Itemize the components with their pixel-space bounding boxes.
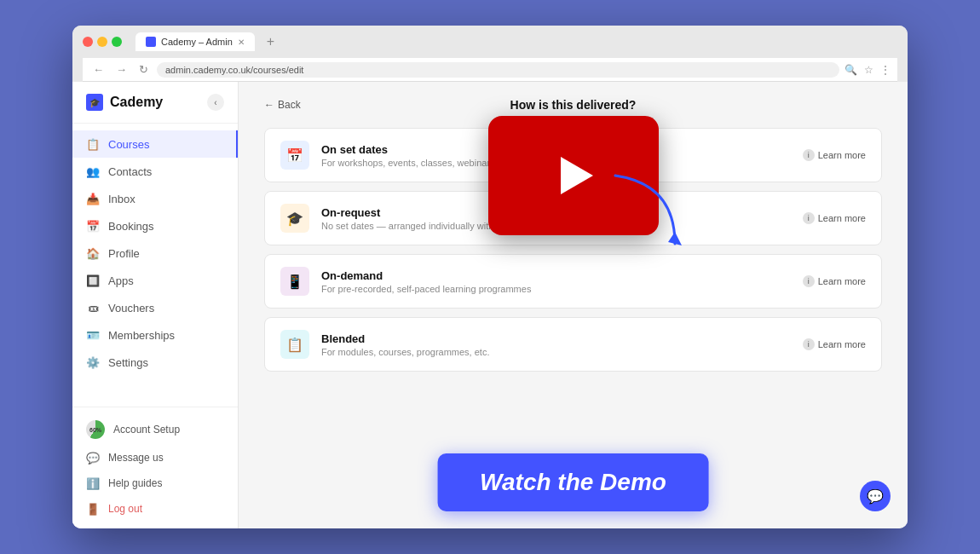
apps-icon: 🔲 <box>86 274 100 287</box>
browser-window: Cademy – Admin ✕ + ← → ↻ admin.cademy.co… <box>72 26 908 528</box>
on-demand-icon: 📱 <box>286 274 303 290</box>
help-guides-item[interactable]: ℹ️ Help guides <box>72 470 238 496</box>
sidebar-item-vouchers[interactable]: 🎟 Vouchers <box>72 294 238 321</box>
sidebar-item-label: Apps <box>108 274 134 287</box>
option-card-blended[interactable]: 📋 Blended For modules, courses, programm… <box>264 317 882 372</box>
tab-close-button[interactable]: ✕ <box>238 38 245 47</box>
message-us-item[interactable]: 💬 Message us <box>72 445 238 470</box>
settings-icon: ⚙️ <box>86 355 100 369</box>
sidebar-item-label: Memberships <box>108 329 175 342</box>
back-button[interactable]: ← <box>89 61 107 78</box>
sidebar-item-bookings[interactable]: 📅 Bookings <box>72 212 238 239</box>
sidebar-item-profile[interactable]: 🏠 Profile <box>72 239 238 267</box>
on-demand-icon-box: 📱 <box>280 267 309 296</box>
chat-icon: 💬 <box>867 488 884 505</box>
memberships-icon: 🪪 <box>86 328 100 342</box>
sidebar-item-contacts[interactable]: 👥 Contacts <box>72 158 238 185</box>
page-header: ← Back How is this delivered? <box>264 99 882 111</box>
learn-more-label: Learn more <box>818 213 866 223</box>
blended-text: Blended For modules, courses, programmes… <box>321 332 791 357</box>
sidebar-item-label: Profile <box>108 247 140 260</box>
help-guides-label: Help guides <box>108 477 162 489</box>
courses-icon: 📋 <box>86 137 100 151</box>
info-icon: i <box>803 275 815 287</box>
info-icon: i <box>803 212 815 224</box>
message-us-label: Message us <box>108 452 164 464</box>
sidebar-nav: 📋 Courses 👥 Contacts 📥 Inbox 📅 Bookings … <box>72 124 238 407</box>
on-demand-title: On-demand <box>321 269 791 282</box>
new-tab-button[interactable]: + <box>262 32 280 51</box>
menu-icon[interactable]: ⋮ <box>880 64 891 76</box>
contacts-icon: 👥 <box>86 164 100 178</box>
inbox-icon: 📥 <box>86 192 100 205</box>
account-setup-item[interactable]: 60% Account Setup <box>72 414 238 445</box>
bookmark-icon: ☆ <box>864 64 873 76</box>
vouchers-icon: 🎟 <box>86 301 100 315</box>
option-card-on-demand[interactable]: 📱 On-demand For pre-recorded, self-paced… <box>264 254 882 309</box>
back-link[interactable]: ← Back <box>264 99 301 111</box>
logout-label: Log out <box>108 503 142 515</box>
logo-left: 🎓 Cademy <box>86 94 163 111</box>
youtube-player[interactable] <box>488 116 659 235</box>
blended-desc: For modules, courses, programmes, etc. <box>321 347 791 357</box>
close-traffic-light[interactable] <box>83 37 93 47</box>
collapse-sidebar-button[interactable]: ‹ <box>207 94 224 111</box>
reload-button[interactable]: ↻ <box>135 61 152 78</box>
sidebar: 🎓 Cademy ‹ 📋 Courses 👥 Contacts 📥 Inbo <box>72 82 239 528</box>
sidebar-item-inbox[interactable]: 📥 Inbox <box>72 185 238 212</box>
blended-learn-more[interactable]: i Learn more <box>803 338 866 350</box>
chat-button[interactable]: 💬 <box>860 481 891 511</box>
browser-tab[interactable]: Cademy – Admin ✕ <box>135 32 255 51</box>
sidebar-logo: 🎓 Cademy ‹ <box>72 82 238 124</box>
sidebar-item-settings[interactable]: ⚙️ Settings <box>72 349 238 376</box>
learn-more-label: Learn more <box>818 339 866 349</box>
tab-favicon <box>146 37 156 47</box>
logout-icon: 🚪 <box>86 502 100 516</box>
minimize-traffic-light[interactable] <box>97 37 107 47</box>
address-bar[interactable]: admin.cademy.co.uk/courses/edit <box>157 62 839 78</box>
logo-icon-symbol: 🎓 <box>89 98 100 107</box>
info-icon: i <box>803 149 815 161</box>
play-button-icon <box>561 157 593 194</box>
sidebar-item-apps[interactable]: 🔲 Apps <box>72 267 238 294</box>
watch-demo-label: Watch the Demo <box>480 469 666 495</box>
logout-item[interactable]: 🚪 Log out <box>72 496 238 522</box>
on-demand-desc: For pre-recorded, self-paced learning pr… <box>321 284 791 294</box>
on-demand-learn-more[interactable]: i Learn more <box>803 275 866 287</box>
back-arrow-icon: ← <box>264 99 274 111</box>
sidebar-item-courses[interactable]: 📋 Courses <box>72 130 238 158</box>
blended-title: Blended <box>321 332 791 345</box>
back-label: Back <box>278 99 301 111</box>
main-panel: ← Back How is this delivered? 📅 On set d… <box>239 82 908 528</box>
browser-content: 🎓 Cademy ‹ 📋 Courses 👥 Contacts 📥 Inbo <box>72 82 908 528</box>
sidebar-item-label: Vouchers <box>108 302 154 315</box>
browser-nav-bar: ← → ↻ admin.cademy.co.uk/courses/edit 🔍 … <box>83 58 897 82</box>
on-demand-text: On-demand For pre-recorded, self-paced l… <box>321 269 791 294</box>
help-icon: ℹ️ <box>86 476 100 490</box>
account-setup-label: Account Setup <box>113 424 180 436</box>
sidebar-item-label: Settings <box>108 356 148 369</box>
maximize-traffic-light[interactable] <box>112 37 122 47</box>
set-dates-learn-more[interactable]: i Learn more <box>803 149 866 161</box>
browser-top-bar: Cademy – Admin ✕ + <box>83 32 897 51</box>
on-request-icon-box: 🎓 <box>280 204 309 233</box>
traffic-lights <box>83 37 122 47</box>
learn-more-label: Learn more <box>818 276 866 286</box>
account-setup-progress: 60% <box>86 420 105 439</box>
watch-demo-button[interactable]: Watch the Demo <box>437 453 709 511</box>
logo-icon: 🎓 <box>86 94 103 111</box>
zoom-icon: 🔍 <box>845 64 857 76</box>
profile-icon: 🏠 <box>86 246 100 260</box>
logo-text: Cademy <box>110 95 163 110</box>
sidebar-item-label: Courses <box>108 138 149 151</box>
page-title: How is this delivered? <box>510 98 637 112</box>
bookings-icon: 📅 <box>86 219 100 233</box>
forward-button[interactable]: → <box>112 61 130 78</box>
on-request-icon: 🎓 <box>286 211 303 227</box>
sidebar-item-memberships[interactable]: 🪪 Memberships <box>72 321 238 349</box>
tab-title: Cademy – Admin <box>161 37 233 47</box>
info-icon: i <box>803 338 815 350</box>
nav-icons: 🔍 ☆ ⋮ <box>845 64 891 76</box>
set-dates-icon-box: 📅 <box>280 141 309 170</box>
on-request-learn-more[interactable]: i Learn more <box>803 212 866 224</box>
